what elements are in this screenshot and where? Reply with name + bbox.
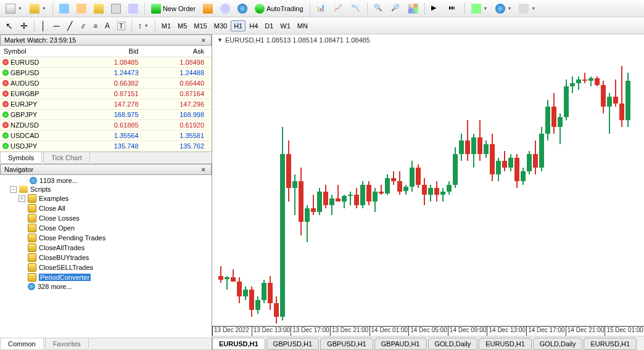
direction-icon (2, 59, 9, 65)
script-icon (28, 224, 36, 232)
zoom-in-button[interactable]: 🔍 (371, 2, 387, 15)
period-H4[interactable]: H4 (246, 20, 261, 31)
chart-tab[interactable]: GBPUSD,H1 (320, 338, 373, 350)
autoscroll-button[interactable]: ⏭ (445, 2, 461, 15)
script-icon (28, 214, 36, 222)
tree-script-item[interactable]: CloseSELLTrades (0, 262, 212, 272)
tree-scripts[interactable]: −Scripts (0, 185, 212, 193)
globe-icon (28, 283, 35, 290)
chart-area[interactable]: ▼ EURUSD,H1 1.08513 1.08514 1.08471 1.08… (212, 35, 644, 350)
direction-icon (2, 70, 9, 76)
tree-script-item[interactable]: Close All (0, 203, 212, 213)
xtick: 14 Dec 09:00 (448, 327, 487, 336)
chart-tab[interactable]: EURUSD,H1 (212, 338, 265, 350)
chart-tab[interactable]: EURUSD,H1 (479, 338, 532, 350)
tree-script-item[interactable]: CloseBUYtrades (0, 253, 212, 262)
vline-button[interactable]: │ (38, 19, 49, 33)
chart-xaxis: 13 Dec 202213 Dec 13:0013 Dec 17:0013 De… (212, 326, 644, 336)
new-file-button[interactable]: ▼ (2, 2, 25, 15)
xtick: 13 Dec 13:00 (252, 327, 291, 336)
signals-button[interactable] (217, 2, 233, 15)
period-D1[interactable]: D1 (262, 20, 276, 31)
tree-more-top[interactable]: 1103 more... (0, 176, 212, 185)
tester-button[interactable] (125, 2, 141, 15)
open-button[interactable]: ▼ (27, 2, 49, 15)
autotrading-button[interactable]: AutoTrading (252, 2, 307, 15)
marketwatch-button[interactable] (73, 2, 89, 15)
market-watch-row[interactable]: USDJPY135.748135.762 (0, 141, 212, 152)
navigator-tab[interactable]: Common (0, 338, 44, 350)
chart-canvas[interactable] (212, 46, 644, 326)
cursor-button[interactable]: ↖ (2, 19, 16, 33)
chart-tab[interactable]: GOLD,Daily (533, 338, 583, 350)
vps-button[interactable] (234, 2, 250, 15)
period-MN[interactable]: MN (294, 20, 311, 31)
market-watch-tab[interactable]: Symbols (0, 152, 42, 164)
expand-icon[interactable]: + (19, 195, 25, 202)
tree-script-item[interactable]: CloseAllTrades (0, 243, 212, 253)
text-button[interactable]: A (102, 20, 113, 32)
new-order-button[interactable]: New Order (148, 2, 199, 15)
indicators-button[interactable]: ▼ (468, 2, 491, 15)
market-watch-row[interactable]: GBPJPY168.975168.998 (0, 110, 212, 120)
navigator-tab[interactable]: Favorites (45, 338, 89, 350)
tree-script-item[interactable]: PeriodConverter (0, 272, 212, 282)
chart-tab[interactable]: GOLD,Daily (428, 338, 478, 350)
folder-icon (19, 185, 28, 193)
trendline-button[interactable]: ╱ (64, 19, 75, 33)
tile-button[interactable] (405, 2, 421, 15)
collapse-icon[interactable]: − (10, 186, 17, 193)
zoom-out-button[interactable]: 🔎 (388, 2, 404, 15)
terminal-button[interactable] (108, 2, 124, 15)
tree-more-bottom[interactable]: 328 more... (0, 282, 212, 291)
market-watch-row[interactable]: GBPUSD1.244731.24488 (0, 68, 212, 78)
market-watch-row[interactable]: EURUSD1.084851.08498 (0, 57, 212, 68)
script-icon (28, 194, 36, 203)
direction-icon (2, 101, 9, 107)
period-H1[interactable]: H1 (231, 20, 246, 31)
market-watch-tab[interactable]: Tick Chart (43, 152, 90, 164)
period-M5[interactable]: M5 (175, 20, 190, 31)
market-watch-row[interactable]: NZDUSD0.618850.61920 (0, 120, 212, 131)
navigator-close-icon[interactable]: × (200, 166, 207, 173)
crosshair-button[interactable]: ✛ (17, 19, 31, 33)
main-toolbar: ▼ ▼ New Order AutoTrading 📊 📈 📉 🔍 🔎 ▶ ⏭ … (0, 0, 644, 17)
shift-button[interactable]: ▶ (428, 2, 444, 15)
period-M1[interactable]: M1 (159, 20, 174, 31)
metaquotes-button[interactable] (200, 2, 216, 15)
market-watch-row[interactable]: EURGBP0.871510.87164 (0, 89, 212, 99)
period-M30[interactable]: M30 (211, 20, 230, 31)
templates-button[interactable]: ▼ (516, 2, 539, 15)
periods-button[interactable]: ▼ (492, 2, 515, 15)
market-watch-row[interactable]: AUDUSD0.663820.66440 (0, 78, 212, 89)
textlabel-button[interactable]: T (114, 20, 128, 32)
bar-chart-button[interactable]: 📊 (313, 2, 329, 15)
market-watch-close-icon[interactable]: × (200, 36, 207, 44)
tree-script-item[interactable]: Close Pending Trades (0, 233, 212, 243)
channel-button[interactable]: ⫽ (76, 20, 89, 31)
line-chart-button[interactable]: 📉 (348, 2, 364, 15)
chart-tab[interactable]: GBPAUD,H1 (374, 338, 427, 350)
candle-chart-button[interactable]: 📈 (331, 2, 347, 15)
script-icon (28, 273, 36, 282)
xtick: 13 Dec 2022 (212, 327, 252, 336)
xtick: 14 Dec 21:00 (566, 327, 605, 336)
period-M15[interactable]: M15 (191, 20, 210, 31)
profile-button[interactable] (56, 2, 72, 15)
hline-button[interactable]: ─ (51, 19, 63, 33)
tree-script-item[interactable]: +Examples (0, 193, 212, 203)
period-W1[interactable]: W1 (277, 20, 294, 31)
tree-script-item[interactable]: Close Open (0, 223, 212, 233)
chart-tab[interactable]: EURUSD,H1 (584, 338, 637, 350)
chart-dropdown-icon[interactable]: ▼ (217, 37, 223, 43)
chart-tab[interactable]: GBPUSD,H1 (266, 338, 320, 350)
market-watch-row[interactable]: USDCAD1.355641.35581 (0, 131, 212, 141)
navigator-button[interactable] (91, 2, 107, 15)
script-icon (28, 234, 36, 242)
fibo-button[interactable]: ≡ (91, 20, 101, 31)
market-watch-header: Symbol Bid Ask (0, 46, 212, 57)
tree-script-item[interactable]: Close Losses (0, 213, 212, 223)
market-watch-row[interactable]: EURJPY147.278147.296 (0, 99, 212, 110)
xtick: 14 Dec 05:00 (408, 327, 448, 336)
arrows-button[interactable]: ↕▼ (135, 20, 152, 32)
